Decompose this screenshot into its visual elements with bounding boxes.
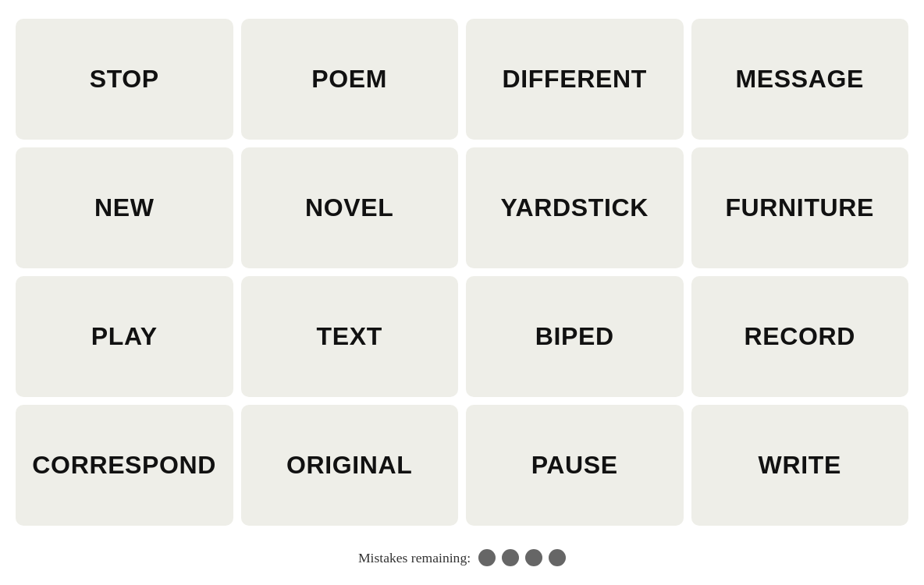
word-text-stop: STOP bbox=[90, 65, 159, 94]
word-text-different: DIFFERENT bbox=[503, 65, 647, 94]
word-text-write: WRITE bbox=[759, 451, 841, 480]
word-text-yardstick: YARDSTICK bbox=[501, 193, 649, 222]
word-card-write[interactable]: WRITE bbox=[691, 405, 909, 526]
mistake-dot-4 bbox=[549, 549, 566, 566]
word-card-text[interactable]: TEXT bbox=[241, 276, 459, 397]
word-card-message[interactable]: MESSAGE bbox=[691, 19, 909, 140]
word-card-new[interactable]: NEW bbox=[16, 147, 233, 268]
word-card-stop[interactable]: STOP bbox=[16, 19, 233, 140]
mistake-dot-3 bbox=[525, 549, 542, 566]
word-text-original: ORIGINAL bbox=[286, 451, 413, 480]
word-card-correspond[interactable]: CORRESPOND bbox=[16, 405, 233, 526]
word-text-correspond: CORRESPOND bbox=[32, 451, 216, 480]
word-grid: STOPPOEMDIFFERENTMESSAGENEWNOVELYARDSTIC… bbox=[16, 19, 908, 526]
word-card-play[interactable]: PLAY bbox=[16, 276, 233, 397]
word-card-biped[interactable]: BIPED bbox=[466, 276, 684, 397]
mistake-dot-1 bbox=[478, 549, 496, 566]
word-card-original[interactable]: ORIGINAL bbox=[241, 405, 459, 526]
word-text-new: NEW bbox=[94, 193, 155, 222]
word-card-pause[interactable]: PAUSE bbox=[466, 405, 684, 526]
word-text-pause: PAUSE bbox=[531, 451, 618, 480]
word-text-record: RECORD bbox=[744, 322, 855, 351]
word-card-poem[interactable]: POEM bbox=[241, 19, 459, 140]
word-text-message: MESSAGE bbox=[735, 65, 864, 94]
mistake-dot-2 bbox=[502, 549, 519, 566]
word-text-poem: POEM bbox=[311, 65, 387, 94]
word-card-novel[interactable]: NOVEL bbox=[241, 147, 459, 268]
word-text-novel: NOVEL bbox=[305, 193, 393, 222]
word-text-biped: BIPED bbox=[535, 322, 614, 351]
mistakes-remaining-row: Mistakes remaining: bbox=[358, 549, 566, 566]
word-card-furniture[interactable]: FURNITURE bbox=[691, 147, 909, 268]
word-text-text: TEXT bbox=[317, 322, 382, 351]
word-card-record[interactable]: RECORD bbox=[691, 276, 909, 397]
mistakes-label: Mistakes remaining: bbox=[358, 550, 471, 566]
word-text-furniture: FURNITURE bbox=[725, 193, 874, 222]
word-card-yardstick[interactable]: YARDSTICK bbox=[466, 147, 684, 268]
mistakes-dots-container bbox=[478, 549, 566, 566]
word-text-play: PLAY bbox=[91, 322, 158, 351]
word-card-different[interactable]: DIFFERENT bbox=[466, 19, 684, 140]
